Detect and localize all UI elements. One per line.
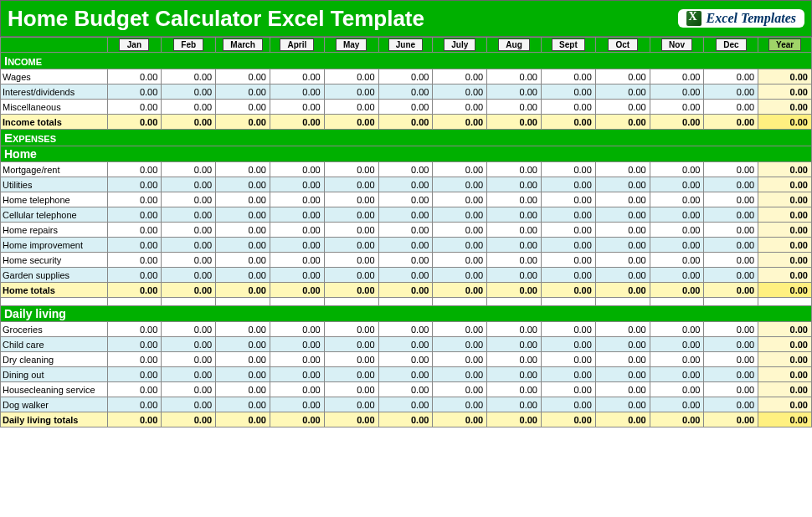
cell[interactable]: 0.00 (270, 397, 324, 412)
cell[interactable]: 0.00 (433, 207, 487, 223)
cell[interactable]: 0.00 (704, 84, 758, 100)
cell[interactable]: 0.00 (542, 177, 596, 192)
cell[interactable]: 0.00 (270, 337, 324, 352)
cell[interactable]: 0.00 (650, 238, 704, 253)
cell[interactable]: 0.00 (487, 100, 542, 115)
cell[interactable]: 0.00 (378, 352, 433, 367)
cell[interactable]: 0.00 (542, 223, 596, 238)
cell[interactable]: 0.00 (216, 253, 270, 268)
cell[interactable]: 0.00 (650, 253, 704, 268)
cell[interactable]: 0.00 (107, 223, 162, 238)
cell[interactable]: 0.00 (542, 69, 596, 84)
cell[interactable]: 0.00 (378, 84, 433, 100)
cell[interactable]: 0.00 (162, 223, 216, 238)
cell[interactable]: 0.00 (650, 223, 704, 238)
cell[interactable]: 0.00 (487, 238, 542, 253)
cell[interactable]: 0.00 (270, 162, 324, 177)
cell[interactable]: 0.00 (324, 268, 378, 283)
cell[interactable]: 0.00 (324, 192, 378, 207)
cell[interactable]: 0.00 (162, 192, 216, 207)
cell[interactable]: 0.00 (542, 367, 596, 382)
cell[interactable]: 0.00 (487, 397, 542, 412)
cell[interactable]: 0.00 (324, 177, 378, 192)
cell[interactable]: 0.00 (107, 100, 162, 115)
cell[interactable]: 0.00 (487, 337, 542, 352)
cell[interactable]: 0.00 (324, 69, 378, 84)
cell[interactable]: 0.00 (107, 177, 162, 192)
cell[interactable]: 0.00 (107, 268, 162, 283)
cell[interactable]: 0.00 (595, 84, 650, 100)
cell[interactable]: 0.00 (162, 322, 216, 337)
cell[interactable]: 0.00 (542, 84, 596, 100)
cell[interactable]: 0.00 (270, 100, 324, 115)
cell[interactable]: 0.00 (433, 397, 487, 412)
month-button[interactable]: Dec (716, 38, 746, 51)
cell[interactable]: 0.00 (270, 69, 324, 84)
cell[interactable]: 0.00 (216, 322, 270, 337)
cell[interactable]: 0.00 (162, 397, 216, 412)
month-button[interactable]: Jan (119, 38, 149, 51)
cell[interactable]: 0.00 (542, 207, 596, 223)
cell[interactable]: 0.00 (216, 352, 270, 367)
cell[interactable]: 0.00 (487, 162, 542, 177)
cell[interactable]: 0.00 (270, 268, 324, 283)
cell[interactable]: 0.00 (704, 382, 758, 397)
cell[interactable]: 0.00 (378, 397, 433, 412)
cell[interactable]: 0.00 (107, 322, 162, 337)
cell[interactable]: 0.00 (378, 207, 433, 223)
month-button[interactable]: June (388, 38, 423, 51)
cell[interactable]: 0.00 (650, 382, 704, 397)
cell[interactable]: 0.00 (542, 337, 596, 352)
cell[interactable]: 0.00 (704, 352, 758, 367)
cell[interactable]: 0.00 (650, 69, 704, 84)
cell[interactable]: 0.00 (216, 268, 270, 283)
cell[interactable]: 0.00 (595, 69, 650, 84)
cell[interactable]: 0.00 (107, 337, 162, 352)
cell[interactable]: 0.00 (487, 367, 542, 382)
cell[interactable]: 0.00 (487, 322, 542, 337)
cell[interactable]: 0.00 (107, 238, 162, 253)
cell[interactable]: 0.00 (433, 337, 487, 352)
month-button[interactable]: May (336, 38, 367, 51)
cell[interactable]: 0.00 (378, 268, 433, 283)
cell[interactable]: 0.00 (595, 253, 650, 268)
cell[interactable]: 0.00 (650, 84, 704, 100)
cell[interactable]: 0.00 (216, 100, 270, 115)
year-button[interactable]: Year (768, 38, 801, 51)
cell[interactable]: 0.00 (270, 192, 324, 207)
cell[interactable]: 0.00 (107, 192, 162, 207)
cell[interactable]: 0.00 (162, 253, 216, 268)
cell[interactable]: 0.00 (107, 162, 162, 177)
cell[interactable]: 0.00 (542, 100, 596, 115)
cell[interactable]: 0.00 (433, 253, 487, 268)
cell[interactable]: 0.00 (162, 238, 216, 253)
cell[interactable]: 0.00 (704, 100, 758, 115)
cell[interactable]: 0.00 (324, 322, 378, 337)
cell[interactable]: 0.00 (216, 207, 270, 223)
month-button[interactable]: July (444, 38, 475, 51)
cell[interactable]: 0.00 (162, 207, 216, 223)
cell[interactable]: 0.00 (650, 177, 704, 192)
cell[interactable]: 0.00 (216, 397, 270, 412)
cell[interactable]: 0.00 (378, 177, 433, 192)
cell[interactable]: 0.00 (270, 177, 324, 192)
cell[interactable]: 0.00 (433, 162, 487, 177)
cell[interactable]: 0.00 (542, 192, 596, 207)
cell[interactable]: 0.00 (270, 352, 324, 367)
cell[interactable]: 0.00 (487, 352, 542, 367)
cell[interactable]: 0.00 (542, 352, 596, 367)
cell[interactable]: 0.00 (270, 223, 324, 238)
cell[interactable]: 0.00 (324, 162, 378, 177)
cell[interactable]: 0.00 (270, 367, 324, 382)
cell[interactable]: 0.00 (704, 69, 758, 84)
cell[interactable]: 0.00 (107, 382, 162, 397)
cell[interactable]: 0.00 (378, 253, 433, 268)
cell[interactable]: 0.00 (107, 84, 162, 100)
cell[interactable]: 0.00 (433, 382, 487, 397)
cell[interactable]: 0.00 (650, 100, 704, 115)
cell[interactable]: 0.00 (433, 192, 487, 207)
cell[interactable]: 0.00 (595, 238, 650, 253)
month-button[interactable]: Sept (552, 38, 585, 51)
cell[interactable]: 0.00 (378, 238, 433, 253)
cell[interactable]: 0.00 (487, 192, 542, 207)
